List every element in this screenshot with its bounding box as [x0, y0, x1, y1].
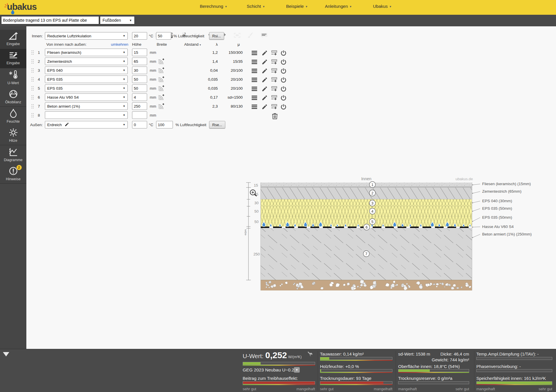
rsi-button[interactable]: Rsi...: [209, 32, 224, 40]
sidebar-item-eingabe-2[interactable]: Eingabe: [0, 49, 26, 68]
sidebar-item-hinweise[interactable]: 2Hinweise: [0, 164, 26, 184]
material-select-row-7[interactable]: Beton armiert (1%)▼: [45, 102, 128, 110]
inside-humidity-input[interactable]: [156, 32, 171, 40]
add-layer-icon[interactable]: [271, 95, 277, 101]
svg-text:Beton armiert (1%) (250mm): Beton armiert (1%) (250mm): [482, 232, 532, 236]
height-input-row-1[interactable]: [132, 49, 147, 56]
appearance-brush-icon[interactable]: [247, 32, 254, 39]
unit-mm: mm: [150, 50, 156, 55]
height-input-row-4[interactable]: [132, 76, 147, 83]
material-select-row-1[interactable]: Fliesen (keramisch)▼: [45, 49, 128, 56]
outside-temperature-input[interactable]: [132, 121, 147, 128]
reverse-layers-link[interactable]: umkehren: [111, 42, 128, 47]
sidebar-item-feuchte[interactable]: Feuchte: [0, 107, 26, 126]
height-input-row-5[interactable]: [132, 84, 147, 92]
sidebar-item-diagramme[interactable]: Diagramme: [0, 145, 26, 165]
texture-section-icon[interactable]: [158, 67, 164, 73]
inside-surface-select[interactable]: Reduzierte Luftzirkulation▼: [45, 32, 128, 40]
edit-pencil-icon[interactable]: [261, 50, 268, 56]
edit-pencil-icon[interactable]: [65, 122, 69, 128]
wrench-icon[interactable]: [307, 353, 313, 358]
menu-icon[interactable]: [251, 59, 258, 65]
material-select-row-4[interactable]: EPS 035▼: [45, 76, 128, 83]
collapse-results-button[interactable]: [3, 352, 9, 356]
scale-label-right: mangelhaft: [297, 387, 315, 391]
drag-handle-icon[interactable]: [31, 50, 34, 55]
diagram-zoom-icon[interactable]: [250, 190, 257, 196]
texture-section-icon[interactable]: [158, 103, 164, 109]
height-input-row-2[interactable]: [132, 58, 147, 65]
dicke-value: Dicke: 46,4 cm: [440, 351, 469, 356]
menu-icon[interactable]: [251, 104, 258, 110]
toolbar: Fußboden ▼: [0, 15, 556, 26]
nav-item-beispiele[interactable]: Beispiele▼: [286, 4, 308, 9]
height-input-row-6[interactable]: [132, 93, 147, 101]
rse-button[interactable]: Rse...: [209, 121, 225, 128]
project-name-input[interactable]: [1, 16, 99, 24]
height-input-row-7[interactable]: [132, 102, 147, 110]
sidebar-item-eingabe[interactable]: Eingabe: [0, 30, 26, 49]
direction-label: Von innen nach außen:: [46, 42, 87, 47]
add-layer-icon[interactable]: [271, 104, 277, 110]
edit-pencil-icon[interactable]: [261, 68, 268, 74]
chevron-down-icon: ▼: [123, 51, 125, 54]
drag-handle-icon[interactable]: [31, 113, 34, 117]
inside-temperature-input[interactable]: [132, 32, 147, 40]
power-icon[interactable]: [280, 95, 287, 101]
outside-humidity-input[interactable]: [156, 121, 173, 128]
add-layer-icon[interactable]: [271, 86, 277, 92]
drag-handle-icon[interactable]: [31, 77, 34, 82]
trash-icon[interactable]: [272, 113, 278, 119]
drag-handle-icon[interactable]: [31, 86, 34, 91]
edit-pencil-icon[interactable]: [261, 86, 268, 92]
nav-item-schicht[interactable]: Schicht▼: [247, 4, 265, 9]
drag-handle-icon[interactable]: [31, 95, 34, 100]
add-layer-icon[interactable]: [271, 59, 277, 65]
power-icon[interactable]: [280, 77, 287, 83]
sidebar-item--kobilanz[interactable]: Ökobilanz: [0, 87, 26, 107]
sidebar-item-u-wert[interactable]: U-Wert: [0, 68, 26, 88]
texture-section-icon[interactable]: [158, 85, 164, 91]
height-input-row-3[interactable]: [132, 67, 147, 74]
drag-handle-icon[interactable]: [31, 104, 34, 108]
nav-item-anleitungen[interactable]: Anleitungen▼: [325, 4, 352, 9]
nav-item-berechnung[interactable]: Berechnung▼: [200, 4, 227, 9]
nav-item-ubakus[interactable]: Ubakus▼: [373, 4, 392, 9]
height-input-row-8[interactable]: [132, 111, 147, 119]
menu-icon[interactable]: [251, 95, 258, 101]
texture-section-icon[interactable]: [158, 94, 164, 100]
edit-pencil-icon[interactable]: [261, 95, 268, 101]
texture-section-icon[interactable]: [158, 76, 164, 82]
power-icon[interactable]: [280, 86, 287, 92]
drag-handle-icon[interactable]: [31, 68, 34, 73]
add-layer-icon[interactable]: [271, 50, 277, 56]
power-icon[interactable]: [280, 50, 287, 56]
material-select-row-5[interactable]: EPS 035▼: [45, 84, 128, 92]
sidebar-item-hitze[interactable]: Hitze: [0, 126, 26, 145]
material-select-row-2[interactable]: Zementestrich▼: [45, 58, 128, 65]
power-icon[interactable]: [280, 59, 287, 65]
ubakus-logo[interactable]: ubakus: [7, 2, 37, 12]
material-select-row-3[interactable]: EPS 040▼: [45, 67, 128, 74]
svg-text:4: 4: [372, 209, 374, 214]
menu-icon[interactable]: [251, 50, 258, 56]
outside-surface-select[interactable]: Erdreich ▼: [45, 121, 128, 128]
add-layer-icon[interactable]: [271, 68, 277, 74]
power-icon[interactable]: [280, 68, 287, 74]
power-icon[interactable]: [280, 104, 287, 110]
menu-icon[interactable]: [251, 77, 258, 83]
texture-section-icon[interactable]: [158, 58, 164, 65]
comment-icon[interactable]: [260, 32, 268, 39]
add-layer-icon[interactable]: [271, 77, 277, 83]
material-select-row-6[interactable]: Hasse Alu V60 S4▼: [45, 93, 128, 101]
material-select-row-8[interactable]: ▼: [45, 111, 128, 119]
edit-pencil-icon[interactable]: [261, 77, 268, 83]
drag-handle-icon[interactable]: [31, 59, 34, 64]
fullscreen-icon[interactable]: [233, 32, 241, 39]
menu-icon[interactable]: [251, 86, 258, 92]
geg-select-button[interactable]: ▼: [294, 367, 300, 373]
edit-pencil-icon[interactable]: [261, 59, 268, 65]
component-type-select[interactable]: Fußboden ▼: [100, 16, 135, 24]
edit-pencil-icon[interactable]: [261, 104, 268, 110]
menu-icon[interactable]: [251, 68, 258, 74]
